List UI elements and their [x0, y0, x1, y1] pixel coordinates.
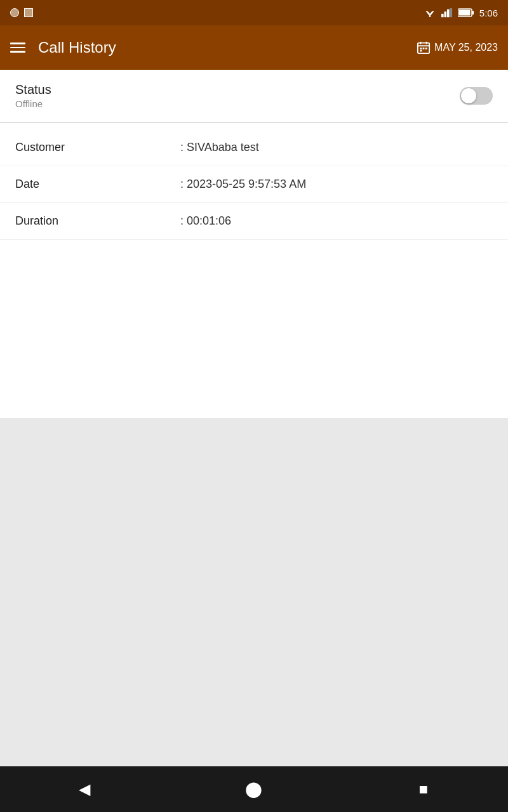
spacer	[0, 123, 508, 129]
duration-label: Duration	[15, 214, 180, 228]
recents-button[interactable]: ■	[404, 770, 443, 808]
back-button[interactable]: ◀	[65, 770, 104, 808]
svg-rect-3	[441, 14, 444, 17]
empty-area	[0, 418, 508, 766]
status-section: Status Offline	[0, 70, 508, 122]
table-row: Customer : SIVAbaba test	[0, 129, 508, 166]
page-title: Call History	[38, 39, 404, 56]
calendar-icon	[417, 41, 431, 55]
notification-icon	[10, 8, 19, 17]
table-row: Date : 2023-05-25 9:57:53 AM	[0, 166, 508, 203]
svg-rect-9	[458, 10, 470, 16]
battery-icon	[458, 8, 474, 17]
status-info: Status Offline	[15, 82, 51, 109]
home-button[interactable]: ⬤	[235, 770, 273, 808]
toolbar: Call History MAY 25, 2023	[0, 25, 508, 70]
svg-rect-16	[425, 48, 427, 49]
status-sublabel: Offline	[15, 98, 51, 109]
bottom-nav: ◀ ⬤ ■	[0, 766, 508, 812]
toolbar-date[interactable]: MAY 25, 2023	[417, 41, 498, 55]
table-row: Duration : 00:01:06	[0, 203, 508, 240]
date-label: MAY 25, 2023	[434, 42, 498, 53]
main-content: Status Offline Customer : SIVAbaba test …	[0, 70, 508, 418]
date-field-label: Date	[15, 178, 180, 191]
status-toggle[interactable]	[460, 87, 493, 105]
status-bar-right: 5:06	[424, 8, 498, 18]
record-section: Customer : SIVAbaba test Date : 2023-05-…	[0, 129, 508, 240]
customer-value: : SIVAbaba test	[180, 141, 259, 154]
signal-icon	[441, 8, 453, 18]
customer-label: Customer	[15, 141, 180, 154]
status-time: 5:06	[479, 8, 498, 18]
status-bar-left	[10, 8, 33, 17]
svg-rect-6	[450, 8, 452, 17]
date-field-value: : 2023-05-25 9:57:53 AM	[180, 178, 306, 191]
svg-rect-4	[444, 11, 446, 17]
status-bar: 5:06	[0, 0, 508, 25]
svg-rect-17	[420, 50, 422, 52]
svg-rect-15	[423, 48, 425, 49]
app-icon	[24, 8, 33, 17]
toggle-track	[460, 87, 493, 105]
toggle-thumb	[461, 88, 476, 103]
menu-button[interactable]	[10, 43, 25, 53]
wifi-icon	[424, 8, 436, 18]
status-label: Status	[15, 82, 51, 97]
svg-rect-8	[472, 11, 474, 15]
svg-rect-5	[447, 10, 450, 18]
duration-value: : 00:01:06	[180, 214, 231, 228]
svg-rect-14	[420, 48, 422, 49]
svg-point-2	[429, 16, 431, 18]
